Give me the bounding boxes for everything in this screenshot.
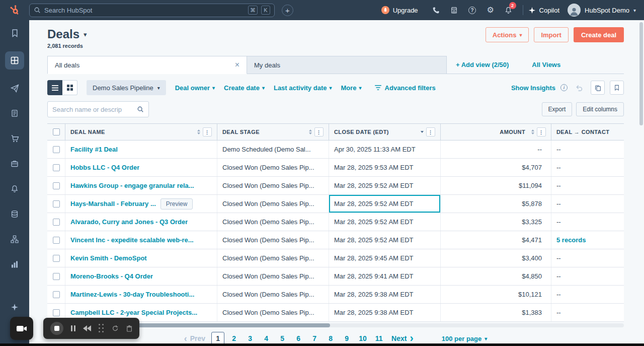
sidebar-item-notifications[interactable] <box>6 182 24 195</box>
close-date-cell[interactable]: Mar 28, 2025 9:53 AM EDT <box>329 159 441 176</box>
table-row[interactable]: Martinez-Lewis - 30-day Troubleshooti...… <box>47 286 624 304</box>
row-checkbox[interactable] <box>53 146 60 153</box>
delete-recording-button[interactable] <box>126 325 132 332</box>
sidebar-item-automations[interactable] <box>6 233 24 246</box>
sidebar-item-reporting[interactable] <box>6 258 24 271</box>
pause-recording-button[interactable] <box>71 325 75 331</box>
close-date-cell[interactable]: Mar 28, 2025 9:41 AM EDT <box>329 267 441 285</box>
deal-name-link[interactable]: Vincent Inc - expedite scalable web-re..… <box>70 236 194 244</box>
close-date-cell[interactable]: Apr 30, 2025 11:33 AM EDT <box>329 141 441 158</box>
deal-name-link[interactable]: Hobbs LLC - Q4 Order <box>70 164 139 171</box>
deal-name-link[interactable]: Alvarado, Curry and Jones - Q3 Order <box>70 218 188 226</box>
deal-name-link[interactable]: Facility #1 Deal <box>70 146 118 153</box>
table-row[interactable]: Vincent Inc - expedite scalable web-re..… <box>47 231 624 249</box>
column-menu-button[interactable]: ⋮ <box>314 127 324 136</box>
column-menu-button[interactable]: ⋮ <box>203 127 212 136</box>
actions-button[interactable]: Actions▾ <box>486 27 529 42</box>
rewind-button[interactable] <box>83 325 91 331</box>
info-icon[interactable]: i <box>560 84 568 91</box>
prev-page-button[interactable]: ‹ Prev <box>184 334 205 343</box>
account-menu[interactable]: HubSpot Demo ▾ <box>568 4 644 17</box>
list-view-button[interactable] <box>47 80 62 95</box>
deal-name-link[interactable]: Campbell LLC - 2-year Special Projects..… <box>70 309 197 316</box>
column-header-deal-contact[interactable]: DEAL → CONTACT <box>551 124 624 140</box>
global-search-input[interactable] <box>44 7 245 14</box>
sort-icon[interactable] <box>197 129 200 134</box>
filter-deal-owner[interactable]: Deal owner▾ <box>175 84 215 92</box>
save-view-button[interactable] <box>610 81 624 95</box>
sidebar-item-bookmarks[interactable] <box>6 26 24 39</box>
next-page-button[interactable]: Next › <box>391 333 414 344</box>
table-row[interactable]: Moreno-Brooks - Q4 Order Closed Won (Dem… <box>47 267 624 286</box>
row-checkbox[interactable] <box>53 291 60 298</box>
import-button[interactable]: Import <box>534 27 568 42</box>
sidebar-item-data[interactable] <box>6 207 24 221</box>
close-date-cell[interactable]: Mar 28, 2025 9:38 AM EDT <box>329 304 441 321</box>
filter-last-activity-date[interactable]: Last activity date▾ <box>274 84 332 92</box>
title-dropdown-icon[interactable]: ▾ <box>84 31 87 38</box>
table-row[interactable]: Hays-Marshall - February ... Preview Clo… <box>47 195 624 213</box>
row-checkbox[interactable] <box>53 309 60 316</box>
settings-button[interactable]: ⚙ <box>481 0 500 20</box>
quick-create-button[interactable]: + <box>282 5 293 16</box>
table-row[interactable]: Alvarado, Curry and Jones - Q3 Order Clo… <box>47 213 624 231</box>
close-date-cell[interactable]: Mar 28, 2025 9:52 AM EDT <box>329 213 441 231</box>
column-header-deal-stage[interactable]: DEAL STAGE ⋮ <box>217 124 329 140</box>
restart-recording-button[interactable] <box>112 325 119 332</box>
close-date-cell[interactable]: Mar 28, 2025 9:52 AM EDT <box>329 195 441 213</box>
sidebar-item-commerce[interactable] <box>6 132 24 145</box>
global-search[interactable]: ⌘ K <box>29 4 275 17</box>
stop-recording-button[interactable] <box>50 322 63 335</box>
close-date-cell[interactable]: Mar 28, 2025 9:52 AM EDT <box>329 177 441 194</box>
sidebar-item-crm[interactable] <box>5 51 24 70</box>
calling-button[interactable] <box>427 0 445 20</box>
notifications-button[interactable]: 2 <box>500 0 518 20</box>
column-menu-button[interactable]: ⋮ <box>426 127 435 136</box>
board-view-button[interactable] <box>62 80 77 95</box>
close-date-cell[interactable]: Mar 28, 2025 9:52 AM EDT <box>329 231 441 249</box>
sidebar-item-marketing[interactable] <box>6 82 24 95</box>
close-date-cell[interactable]: Mar 28, 2025 9:38 AM EDT <box>329 286 441 303</box>
row-checkbox[interactable] <box>53 273 60 280</box>
hubspot-logo-icon[interactable] <box>0 5 29 16</box>
table-search[interactable] <box>47 101 149 117</box>
filter-more[interactable]: More▾ <box>341 84 361 92</box>
add-view-link[interactable]: + Add view (2/50) <box>456 61 509 68</box>
row-checkbox[interactable] <box>53 255 60 262</box>
table-row[interactable]: Hobbs LLC - Q4 Order Closed Won (Demo Sa… <box>47 159 624 177</box>
export-button[interactable]: Export <box>542 102 573 116</box>
drag-handle[interactable] <box>99 324 104 333</box>
edit-columns-button[interactable]: Edit columns <box>576 102 624 116</box>
table-row[interactable]: Kevin Smith - DemoSpot Closed Won (Demo … <box>47 249 624 267</box>
per-page-select[interactable]: 100 per page ▾ <box>442 335 488 342</box>
sort-icon[interactable] <box>531 129 534 134</box>
help-button[interactable]: ? <box>463 0 481 20</box>
row-checkbox[interactable] <box>53 164 60 171</box>
tab-all-deals[interactable]: All deals × <box>47 56 247 74</box>
marketplace-button[interactable] <box>445 0 463 20</box>
row-checkbox[interactable] <box>53 182 60 189</box>
advanced-filters-button[interactable]: Advanced filters <box>375 84 436 92</box>
upgrade-button[interactable]: Upgrade <box>381 6 418 14</box>
tab-my-deals[interactable]: My deals <box>247 56 447 74</box>
column-menu-button[interactable]: ⋮ <box>537 127 546 136</box>
deal-name-link[interactable]: Martinez-Lewis - 30-day Troubleshooti... <box>70 291 194 298</box>
close-date-cell[interactable]: Mar 28, 2025 9:45 AM EDT <box>329 249 441 267</box>
deal-name-link[interactable]: Hays-Marshall - February ... <box>70 200 156 207</box>
all-views-link[interactable]: All Views <box>532 61 560 68</box>
column-header-close-date[interactable]: CLOSE DATE (EDT) ⋮ <box>329 124 441 140</box>
filter-create-date[interactable]: Create date▾ <box>224 84 265 92</box>
sort-desc-icon[interactable] <box>421 131 424 133</box>
row-checkbox[interactable] <box>53 200 60 207</box>
table-row[interactable]: Facility #1 Deal Demo Scheduled (Demo Sa… <box>47 141 624 159</box>
select-all-checkbox[interactable] <box>53 128 60 135</box>
sort-icon[interactable] <box>309 129 312 134</box>
clone-view-button[interactable] <box>591 81 605 95</box>
sidebar-item-service[interactable] <box>6 157 24 170</box>
table-row[interactable]: Hawkins Group - engage granular rela... … <box>47 177 624 195</box>
row-checkbox[interactable] <box>53 219 60 226</box>
copilot-button[interactable]: Copilot <box>528 7 559 14</box>
close-icon[interactable]: × <box>235 61 239 69</box>
preview-button[interactable]: Preview <box>160 198 193 210</box>
create-deal-button[interactable]: Create deal <box>574 27 624 42</box>
